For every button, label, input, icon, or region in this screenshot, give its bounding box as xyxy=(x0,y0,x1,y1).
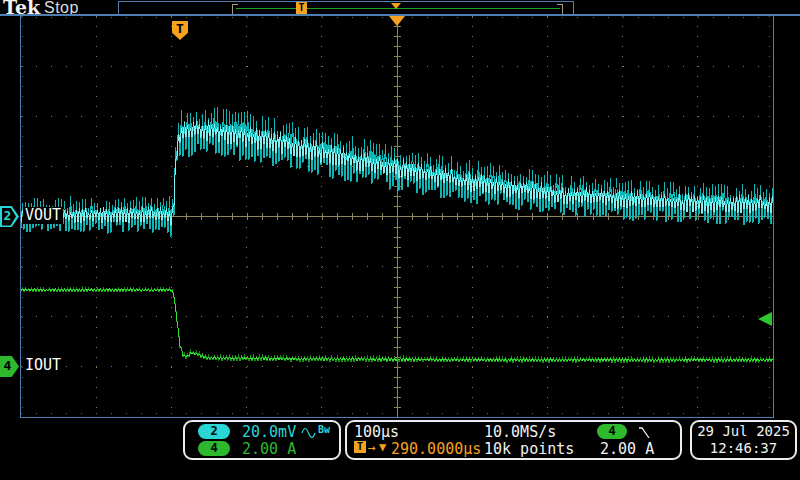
datetime-box: 29 Jul 2025 12:46:37 xyxy=(690,420,797,460)
channel2-label: VOUT xyxy=(23,207,63,224)
trigger-level-arrow-icon xyxy=(758,312,772,326)
falling-edge-icon xyxy=(637,425,652,440)
date-label: 29 Jul 2025 xyxy=(692,423,795,439)
time-label: 12:46:37 xyxy=(692,440,795,456)
timebase-trigger-box: 100µs 10.0MS/s 4 T → ▼ 290.0000µs 10k po… xyxy=(345,420,682,460)
channel2-marker-number: 2 xyxy=(1,208,14,223)
waveform-traces xyxy=(21,16,773,417)
sample-rate: 10.0MS/s xyxy=(484,423,556,441)
channel2-scale: 20.0mV xyxy=(242,423,296,441)
trigger-delay-t-icon: T xyxy=(354,441,366,453)
expansion-point-icon xyxy=(389,16,405,26)
trigger-level: 2.00 A xyxy=(600,440,654,458)
channel2-badge: 2 xyxy=(198,424,230,439)
channel4-badge: 4 xyxy=(198,441,230,456)
delay-marker-icon: ▼ xyxy=(379,440,386,454)
trigger-delay-value: 290.0000µs xyxy=(391,440,481,458)
oscilloscope-screen: { "header": { "logo": "Tek", "acq_status… xyxy=(0,0,800,480)
trace-iout xyxy=(21,289,773,361)
channel4-marker-number: 4 xyxy=(1,358,14,373)
ac-coupling-icon xyxy=(301,427,316,438)
trace-iout xyxy=(21,288,773,363)
record-view-trigger-icon: T xyxy=(296,2,307,14)
channel2-position-marker-icon: 2 xyxy=(0,206,19,227)
trigger-source-badge: 4 xyxy=(597,424,627,439)
channel4-scale: 2.00 A xyxy=(242,440,296,458)
channel-readout-box: 2 20.0mV Bw 4 2.00 A xyxy=(183,420,341,460)
trace-iout xyxy=(21,288,773,363)
channel4-label: IOUT xyxy=(23,357,63,374)
timebase-scale: 100µs xyxy=(354,423,399,441)
bandwidth-limit-icon: Bw xyxy=(318,424,330,435)
channel4-position-marker-icon: 4 xyxy=(0,356,19,377)
record-length: 10k points xyxy=(484,440,574,458)
graticule: T xyxy=(20,16,774,418)
delay-arrow-icon: → xyxy=(368,440,376,455)
record-view-expansion-point-icon xyxy=(391,3,401,9)
